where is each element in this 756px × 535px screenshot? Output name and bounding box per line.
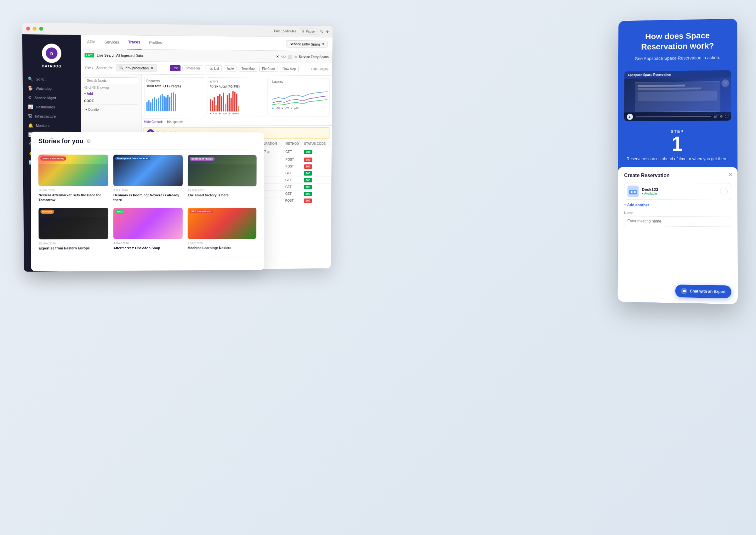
sidebar-item-watchdog[interactable]: 🐕 Watchdog [23, 84, 81, 94]
viz-tab-piechart[interactable]: Pie Chart [259, 66, 278, 72]
story-card[interactable]: R&D 4 MAY 2020 Aftermarket: One-Stop Sho… [113, 208, 183, 250]
heart-icon[interactable]: ♡ [721, 79, 729, 87]
monitor-icon: 🔔 [28, 123, 33, 128]
viz-tab-treemap[interactable]: Tree Map [238, 66, 257, 71]
story-card[interactable]: In focus 15 MAY 2020 Expertise from East… [39, 208, 108, 251]
bar [146, 102, 148, 111]
stories-title: Stories for you [39, 137, 83, 145]
desk-remove-button[interactable]: – [720, 187, 728, 195]
maximize-dot[interactable] [39, 27, 43, 31]
requests-chart: Requests 100k total (112 req/s) [144, 77, 205, 116]
status-badge: 500 [304, 164, 312, 169]
row-method: POST [286, 199, 304, 202]
story-card[interactable]: Development Components +3 5 JUL 2020 Den… [113, 155, 183, 203]
person-overlay [39, 217, 108, 239]
svg-rect-3 [629, 190, 637, 194]
row-status: 200 [304, 179, 328, 182]
story-tag: R&D, Innovation +1 [190, 210, 214, 213]
story-title: Nexiera Aftermarket Sets the Pace for To… [39, 193, 108, 203]
story-card[interactable]: Internet of Things 23 JUN 2020 The smart… [188, 155, 257, 203]
minimize-dot[interactable] [33, 26, 37, 30]
sidebar-item-dashboards[interactable]: 📊 Dashboards [23, 102, 81, 112]
close-icon[interactable]: ✕ [276, 54, 279, 59]
chat-expert-label: Chat with an Expert [690, 289, 726, 294]
row-method: POST [286, 165, 304, 168]
play-button[interactable]: ▶ [627, 114, 633, 120]
status-badge: 500 [304, 158, 312, 162]
sidebar-item-infrastructure[interactable]: 🏗 Infrastructure [23, 111, 81, 121]
in-label: in [294, 55, 297, 59]
tab-apm[interactable]: APM [86, 35, 97, 49]
errors-value: 40.9k total (40.7%) [210, 84, 265, 88]
story-card[interactable]: R&D, Innovation +1 7 APR 2020 Machine Le… [188, 208, 257, 250]
tab-traces[interactable]: Traces [127, 35, 142, 49]
video-fullscreen-icon[interactable]: ⛶ [725, 115, 729, 118]
viz-tab-table[interactable]: Table [224, 66, 237, 71]
reservation-title: Create Reservation [624, 173, 731, 179]
viz-tab-timeseries[interactable]: Timeseries [182, 65, 203, 71]
video-settings-icon[interactable]: ⚙ [720, 115, 723, 118]
story-tag: In focus [40, 210, 54, 214]
row-status: 200 [304, 172, 328, 175]
search-clear-icon[interactable]: ✕ [151, 66, 153, 70]
chat-expert-button[interactable]: 💬 Chat with an Expert [675, 285, 731, 298]
errors-chart: Errors 40.9k total (40.7%) [208, 77, 268, 116]
service-entry-spans[interactable]: Service Entry Spans ▾ [286, 40, 328, 48]
zoom-icon[interactable]: 🔍 [320, 30, 324, 33]
viz-tab-list[interactable]: List [170, 65, 180, 71]
code-icon[interactable]: </> [281, 54, 286, 59]
step-description: Reserve resources ahead of time or when … [624, 156, 731, 162]
name-input[interactable] [624, 216, 731, 227]
sidebar-item-goto[interactable]: 🔍 Go to... [23, 74, 81, 84]
story-date: 15 MAY 2020 [39, 242, 108, 245]
reservation-card: ✕ Create Reservation Desk123 Available –… [618, 167, 738, 304]
desk-thumbnail [627, 185, 639, 197]
add-facet-button[interactable]: + Add [84, 92, 93, 95]
tab-services[interactable]: Services [103, 35, 120, 49]
viz-tab-flowmap[interactable]: Flow Map [280, 66, 299, 72]
bar [225, 103, 226, 111]
sidebar-item-monitors[interactable]: 🔔 Monitors [23, 121, 81, 130]
svg-rect-4 [631, 191, 632, 193]
tab-profiles[interactable]: Profiles [148, 36, 163, 50]
facet-duration[interactable]: ▾ Duration [84, 107, 138, 113]
latency-lines [272, 85, 327, 107]
watchdog-icon: 🐕 [28, 86, 33, 91]
desk-status: Available [642, 192, 658, 195]
stories-settings-icon[interactable]: ⚙ [86, 138, 91, 144]
reservation-close-button[interactable]: ✕ [728, 172, 732, 178]
search-input[interactable]: 🔍 env:production ✕ [116, 64, 157, 71]
latency-label: Latency [272, 80, 328, 84]
story-thumbnail: Sales & Marketing [39, 155, 108, 186]
add-another-button[interactable]: + Add another [624, 203, 731, 208]
bar [162, 94, 163, 111]
spans-count: 104 spans/s [166, 120, 184, 124]
live-badge: LIVE [84, 53, 94, 57]
views-button[interactable]: Views [85, 66, 93, 69]
sidebar-item-service-mgmt[interactable]: ⚙ Service Mgmt [23, 93, 81, 102]
story-title: Aftermarket: One-Stop Shop [113, 245, 183, 250]
viz-tab-toplist[interactable]: Top List [205, 66, 222, 71]
settings-icon[interactable]: ⚙ [326, 30, 329, 33]
dd-toolbar: LIVE Live Search All Ingested Data ✕ </>… [81, 49, 332, 63]
bar [227, 95, 228, 111]
facets-search-input[interactable] [84, 77, 138, 84]
appspace-video-frame: Appspace Space Reservation ♡ ▶ 🔊 ⚙ ⛶ [624, 70, 731, 121]
stories-header: Stories for you ⚙ [31, 131, 264, 150]
pause-button[interactable]: ⏸ Pause [299, 28, 317, 35]
video-preview: ♡ [624, 77, 731, 116]
hide-controls-button[interactable]: Hide Controls [144, 120, 164, 124]
story-card[interactable]: Sales & Marketing 16 JUL 2020 Nexiera Af… [39, 155, 108, 203]
bar [217, 96, 218, 111]
facet-section-core: CORE [84, 98, 138, 104]
story-thumbnail: R&D [113, 208, 183, 239]
dashboard-icon: 📊 [28, 104, 33, 109]
chevron-icon: ▾ [85, 108, 87, 111]
hide-graphs-button[interactable]: Hide Graphs [311, 67, 328, 71]
appspace-subtitle: See Appspace Space Reservation in action… [627, 54, 728, 62]
video-progress-bar[interactable] [635, 116, 711, 117]
share-icon[interactable]: ⬜ [288, 54, 293, 59]
bar [212, 100, 213, 111]
svg-text:D: D [50, 52, 53, 56]
close-dot[interactable] [26, 26, 30, 30]
